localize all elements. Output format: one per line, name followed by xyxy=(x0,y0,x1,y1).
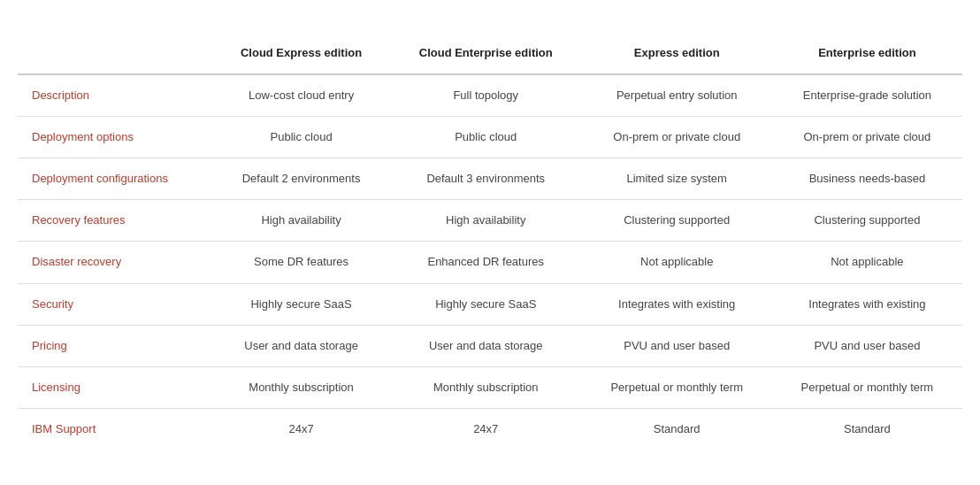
feature-label: Description xyxy=(18,74,212,117)
table-header-row: Cloud Express edition Cloud Enterprise e… xyxy=(18,35,962,74)
feature-label: Disaster recovery xyxy=(18,242,212,283)
feature-label: Deployment options xyxy=(18,116,212,158)
cell-cloud_express: Some DR features xyxy=(212,242,390,283)
cell-cloud_express: Monthly subscription xyxy=(212,366,390,408)
comparison-table-wrapper: Cloud Express edition Cloud Enterprise e… xyxy=(18,35,962,450)
cell-cloud_express: User and data storage xyxy=(212,325,390,366)
cell-cloud_enterprise: Monthly subscription xyxy=(390,366,582,408)
table-row: DescriptionLow-cost cloud entryFull topo… xyxy=(18,74,962,117)
col-header-express: Express edition xyxy=(582,35,772,74)
col-header-feature xyxy=(18,35,212,74)
cell-enterprise: Standard xyxy=(772,409,962,450)
cell-enterprise: Enterprise-grade solution xyxy=(772,74,962,117)
cell-express: Limited size system xyxy=(582,158,772,200)
table-row: PricingUser and data storageUser and dat… xyxy=(18,325,962,366)
cell-cloud_enterprise: 24x7 xyxy=(390,409,582,450)
col-header-cloud-express: Cloud Express edition xyxy=(212,35,390,74)
table-row: SecurityHighly secure SaaSHighly secure … xyxy=(18,283,962,325)
feature-label: IBM Support xyxy=(18,409,212,450)
table-row: Recovery featuresHigh availabilityHigh a… xyxy=(18,200,962,242)
cell-enterprise: Not applicable xyxy=(772,242,962,283)
cell-cloud_enterprise: Highly secure SaaS xyxy=(390,283,582,325)
cell-express: On-prem or private cloud xyxy=(582,116,772,158)
feature-label: Pricing xyxy=(18,325,212,366)
table-row: Deployment configurationsDefault 2 envir… xyxy=(18,158,962,200)
table-row: Deployment optionsPublic cloudPublic clo… xyxy=(18,116,962,158)
cell-express: Clustering supported xyxy=(582,200,772,242)
cell-express: Perpetual or monthly term xyxy=(582,366,772,408)
comparison-table: Cloud Express edition Cloud Enterprise e… xyxy=(18,35,962,450)
cell-cloud_enterprise: Default 3 environments xyxy=(390,158,582,200)
col-header-cloud-enterprise: Cloud Enterprise edition xyxy=(390,35,582,74)
feature-label: Security xyxy=(18,283,212,325)
cell-cloud_express: Highly secure SaaS xyxy=(212,283,390,325)
cell-enterprise: Clustering supported xyxy=(772,200,962,242)
cell-cloud_express: 24x7 xyxy=(212,409,390,450)
cell-cloud_express: Default 2 environments xyxy=(212,158,390,200)
cell-enterprise: Perpetual or monthly term xyxy=(772,366,962,408)
table-row: IBM Support24x724x7StandardStandard xyxy=(18,409,962,450)
cell-enterprise: Integrates with existing xyxy=(772,283,962,325)
feature-label: Recovery features xyxy=(18,200,212,242)
feature-label: Deployment configurations xyxy=(18,158,212,200)
cell-cloud_enterprise: User and data storage xyxy=(390,325,582,366)
table-row: Disaster recoverySome DR featuresEnhance… xyxy=(18,242,962,283)
cell-cloud_enterprise: Full topology xyxy=(390,74,582,117)
cell-express: PVU and user based xyxy=(582,325,772,366)
cell-cloud_express: Low-cost cloud entry xyxy=(212,74,390,117)
col-header-enterprise: Enterprise edition xyxy=(772,35,962,74)
feature-label: Licensing xyxy=(18,366,212,408)
cell-cloud_express: High availability xyxy=(212,200,390,242)
cell-enterprise: On-prem or private cloud xyxy=(772,116,962,158)
cell-enterprise: Business needs-based xyxy=(772,158,962,200)
cell-cloud_enterprise: High availability xyxy=(390,200,582,242)
cell-express: Standard xyxy=(582,409,772,450)
cell-express: Perpetual entry solution xyxy=(582,74,772,117)
cell-express: Integrates with existing xyxy=(582,283,772,325)
cell-cloud_enterprise: Public cloud xyxy=(390,116,582,158)
cell-cloud_enterprise: Enhanced DR features xyxy=(390,242,582,283)
cell-cloud_express: Public cloud xyxy=(212,116,390,158)
cell-enterprise: PVU and user based xyxy=(772,325,962,366)
table-row: LicensingMonthly subscriptionMonthly sub… xyxy=(18,366,962,408)
cell-express: Not applicable xyxy=(582,242,772,283)
